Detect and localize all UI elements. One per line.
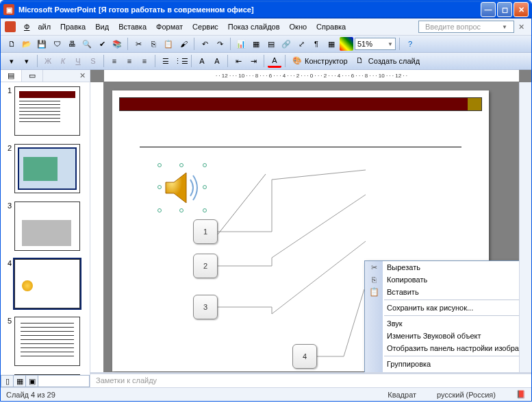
menu-view[interactable]: Вид [91, 21, 113, 32]
ctx-show-picture-toolbar[interactable]: Отобразить панель настройки изображения [365, 342, 519, 354]
grid-icon[interactable]: ▦ [325, 37, 338, 51]
menu-file[interactable]: Файл [20, 21, 55, 32]
redo-icon[interactable]: ↷ [213, 37, 227, 51]
slide-canvas-area[interactable]: Вырезать Копировать Вставить Сохранить к… [104, 82, 519, 372]
status-bar: Слайд 4 из 29 Квадрат русский (Россия) 📕 [1, 387, 531, 401]
ctx-order[interactable]: Порядок▶ [365, 370, 519, 372]
normal-view-button[interactable]: ▯ [1, 376, 14, 387]
hyperlink-icon[interactable]: 🔗 [279, 37, 293, 51]
font-color-icon[interactable]: A [268, 54, 281, 68]
ctx-paste[interactable]: Вставить [365, 286, 519, 298]
designer-button[interactable]: 🎨Конструктор [289, 55, 351, 67]
annotation-callout-3: 3 [193, 295, 218, 319]
thumb-number: 2 [5, 144, 14, 193]
decrease-font-icon[interactable]: A [210, 54, 224, 68]
decrease-indent-icon[interactable]: ⇤ [231, 54, 245, 68]
new-slide-icon: 🗋 [356, 56, 366, 66]
ctx-sound[interactable]: Звук [365, 317, 519, 330]
bullets-icon[interactable]: ⋮☰ [174, 54, 188, 68]
menu-insert[interactable]: Вставка [114, 21, 151, 32]
slideshow-view-button[interactable]: ▣ [26, 376, 38, 387]
menu-window[interactable]: Окно [286, 21, 312, 32]
doc-close-button[interactable]: ✕ [516, 23, 527, 32]
sound-object-selected[interactable] [160, 166, 204, 210]
zoom-input[interactable]: 51%▼ [355, 38, 396, 50]
slide-thumb-2[interactable]: 2 [5, 144, 86, 193]
ctx-edit-sound-object[interactable]: Изменить Звуковой объект [365, 330, 519, 342]
table-icon[interactable]: ▦ [249, 37, 263, 51]
outline-tab[interactable]: ▤ [1, 70, 22, 82]
slide-header-shape[interactable] [119, 97, 482, 111]
help-icon[interactable]: ? [403, 37, 417, 51]
cut-icon[interactable]: ✂ [131, 37, 145, 51]
spell-icon[interactable]: ✔ [95, 37, 109, 51]
slides-tab[interactable]: ▭ [22, 70, 43, 82]
expand-icon[interactable]: ⤢ [294, 37, 308, 51]
sorter-view-button[interactable]: ▦ [14, 376, 26, 387]
tables-borders-icon[interactable]: ▤ [264, 37, 278, 51]
numbering-icon[interactable]: ☰ [159, 54, 173, 68]
slide-thumb-6[interactable]: 6 [5, 374, 86, 375]
format-painter-icon[interactable]: 🖌 [177, 37, 190, 51]
menu-tools[interactable]: Сервис [188, 21, 223, 32]
doc-icon [5, 21, 16, 32]
slide-thumb-1[interactable]: 1 [5, 86, 86, 136]
help-question-input[interactable]: Введите вопрос▼ [418, 21, 514, 33]
slide-thumb-4[interactable]: 4 [5, 259, 86, 308]
cut-icon [368, 262, 379, 273]
menu-slideshow[interactable]: Показ слайдов [224, 21, 284, 32]
paste-icon[interactable]: 📋 [162, 37, 175, 51]
increase-font-icon[interactable]: A [195, 54, 209, 68]
maximize-button[interactable]: ◻ [497, 2, 512, 17]
preview-icon[interactable]: 🔍 [80, 37, 94, 51]
size-dd-icon[interactable]: ▾ [20, 54, 34, 68]
ctx-group[interactable]: Группировка▶ [365, 358, 519, 370]
annotation-callout-4: 4 [292, 344, 317, 369]
save-icon[interactable]: 💾 [35, 37, 49, 51]
slide-thumb-5[interactable]: 5 [5, 317, 86, 366]
context-menu: Вырезать Копировать Вставить Сохранить к… [364, 260, 519, 372]
paste-icon [368, 286, 379, 297]
research-icon[interactable]: 📚 [110, 37, 124, 51]
permission-icon[interactable]: 🛡 [50, 37, 64, 51]
align-center-icon[interactable]: ≡ [123, 54, 136, 68]
align-left-icon[interactable]: ≡ [107, 54, 121, 68]
menu-help[interactable]: Справка [312, 21, 350, 32]
align-right-icon[interactable]: ≡ [138, 54, 151, 68]
chart-icon[interactable]: 📊 [234, 37, 248, 51]
ctx-cut[interactable]: Вырезать [365, 261, 519, 273]
copy-icon[interactable]: ⎘ [147, 37, 160, 51]
thumb-number: 4 [5, 259, 14, 308]
titlebar: ▣ Microsoft PowerPoint [Я готов работать… [1, 1, 531, 19]
panes-close-button[interactable]: ✕ [75, 71, 90, 80]
menu-edit[interactable]: Правка [56, 21, 90, 32]
app-icon: ▣ [3, 4, 14, 15]
italic-icon[interactable]: К [56, 54, 70, 68]
thumb-number: 5 [5, 317, 14, 366]
new-slide-button[interactable]: 🗋Создать слайд [353, 55, 423, 67]
minimize-button[interactable]: — [481, 2, 496, 17]
menu-format[interactable]: Формат [152, 21, 187, 32]
open-icon[interactable]: 📂 [20, 37, 34, 51]
notes-pane[interactable]: Заметки к слайду [90, 372, 531, 387]
annotation-callout-2: 2 [193, 254, 218, 278]
ctx-copy[interactable]: Копировать [365, 273, 519, 286]
increase-indent-icon[interactable]: ⇥ [246, 54, 260, 68]
shadow-icon[interactable]: S [86, 54, 100, 68]
undo-icon[interactable]: ↶ [198, 37, 212, 51]
status-spell-icon[interactable]: 📕 [516, 390, 526, 399]
slide-thumb-3[interactable]: 3 [5, 202, 86, 251]
vertical-ruler [90, 82, 104, 372]
ctx-save-as-picture[interactable]: Сохранить как рисунок... [365, 302, 519, 314]
vertical-scrollbar[interactable] [519, 82, 531, 372]
bold-icon[interactable]: Ж [41, 54, 55, 68]
underline-icon[interactable]: Ч [71, 54, 85, 68]
slide-title-placeholder[interactable] [140, 147, 461, 147]
color-icon[interactable] [340, 37, 353, 51]
close-button[interactable]: ✕ [514, 2, 529, 17]
show-formatting-icon[interactable]: ¶ [309, 37, 323, 51]
font-dd-icon[interactable]: ▾ [5, 54, 18, 68]
standard-toolbar: 🗋 📂 💾 🛡 🖶 🔍 ✔ 📚 ✂ ⎘ 📋 🖌 ↶ ↷ 📊 ▦ ▤ 🔗 ⤢ ¶ … [1, 36, 531, 53]
new-icon[interactable]: 🗋 [5, 37, 18, 51]
print-icon[interactable]: 🖶 [65, 37, 79, 51]
